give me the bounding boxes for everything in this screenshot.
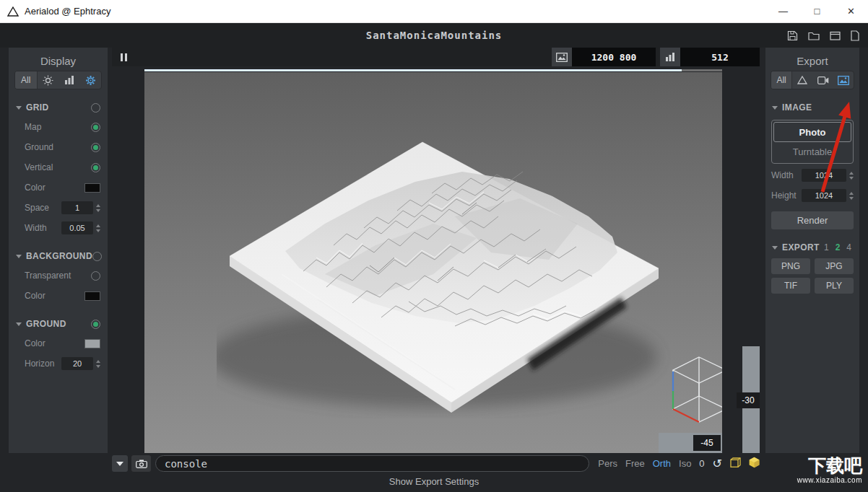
image-export-icon[interactable] [833,71,854,89]
ground-color-row: Color [14,333,102,353]
display-filter-all[interactable]: All [15,71,38,89]
stepper-up-icon[interactable] [849,172,854,175]
section-grid-header[interactable]: GRID [16,101,100,114]
angle-value[interactable]: 0 [699,458,704,469]
export-width-value[interactable]: 1024 [802,169,846,182]
background-toggle-radio[interactable] [92,252,102,261]
section-export-header[interactable]: EXPORT 1 2 4 [772,241,853,254]
grid-vertical-radio[interactable] [91,163,100,172]
view-cube-gizmo[interactable] [666,353,722,423]
os-titlebar: Aerialod @ Ephtracy — □ ✕ [0,0,868,23]
projection-orth[interactable]: Orth [653,458,671,469]
viewport-horizontal-scrollbar[interactable] [144,69,722,71]
app-header: SantaMonicaMountains [0,23,868,48]
grid-width-value[interactable]: 0.05 [61,221,93,234]
render-resolution-field[interactable]: 1200 800 [572,48,656,66]
background-color-swatch[interactable] [84,291,100,301]
grid-map-radio[interactable] [91,123,100,132]
grid-width-stepper[interactable]: 0.05 [61,221,100,234]
bar-chart-icon[interactable] [58,71,80,89]
stepper-arrows[interactable] [849,172,854,180]
export-png-button[interactable]: PNG [771,258,810,274]
maximize-button[interactable]: □ [800,0,834,22]
ground-toggle-radio[interactable] [91,320,100,329]
save-icon[interactable] [787,30,798,41]
axonometric-box-icon[interactable] [730,457,741,470]
stepper-arrows[interactable] [96,204,100,212]
projection-pers[interactable]: Pers [598,458,617,469]
export-filter-all[interactable]: All [771,71,792,89]
render-mode-box: Photo Turntable [771,120,854,164]
terrain-render [217,130,679,418]
gear-icon[interactable] [80,71,102,89]
export-filter-toolbar: All [771,71,854,89]
sun-icon[interactable] [38,71,59,89]
tile-size-icon[interactable] [660,48,680,66]
close-button[interactable]: ✕ [834,0,868,22]
tile-size-field[interactable]: 512 [680,48,760,66]
section-caret-icon [772,106,778,110]
stepper-arrows[interactable] [849,192,854,200]
stepper-up-icon[interactable] [849,192,854,195]
ground-horizon-stepper[interactable]: 20 [61,357,100,370]
grid-map-label: Map [25,122,91,132]
screenshot-camera-button[interactable] [131,455,151,472]
mode-turntable-button[interactable]: Turntable [773,142,851,162]
mode-photo-button[interactable]: Photo [773,122,851,142]
background-transparent-radio[interactable] [91,271,100,281]
grid-space-stepper[interactable]: 1 [61,201,100,214]
stepper-down-icon[interactable] [96,229,100,232]
new-document-icon[interactable] [851,30,859,41]
console-input[interactable] [155,455,589,472]
stepper-down-icon[interactable] [849,197,854,200]
export-ply-button[interactable]: PLY [815,278,854,294]
open-folder-icon[interactable] [808,31,820,40]
export-tif-button[interactable]: TIF [771,278,810,294]
document-title: SantaMonicaMountains [0,23,868,48]
grid-toggle-radio[interactable] [91,103,100,113]
mesh-triangle-icon[interactable] [792,71,812,89]
ground-horizon-value[interactable]: 20 [61,357,93,370]
section-ground-header[interactable]: GROUND [16,317,100,330]
export-width-label: Width [771,170,802,180]
grid-space-value[interactable]: 1 [61,201,93,214]
rotate-ccw-icon[interactable]: ↺ [713,458,722,470]
stepper-down-icon[interactable] [96,365,100,368]
projection-free[interactable]: Free [625,458,645,469]
render-button[interactable]: Render [771,211,854,229]
display-panel: Display All GRID Map Ground Vertical Col… [9,48,108,453]
section-caret-icon [16,106,22,110]
window-frame-icon[interactable] [830,31,841,40]
show-export-settings-link[interactable]: Show Export Settings [0,476,868,487]
section-image-header[interactable]: IMAGE [772,101,853,114]
grid-color-swatch[interactable] [84,183,100,193]
window-title: Aerialod @ Ephtracy [25,6,110,17]
scale-option-4[interactable]: 4 [846,242,851,252]
pause-icon[interactable] [121,53,127,61]
projection-iso[interactable]: Iso [679,458,691,469]
stepper-arrows[interactable] [96,224,100,232]
viewport-canvas[interactable]: -45 [144,72,722,453]
minimize-button[interactable]: — [766,0,800,22]
stepper-up-icon[interactable] [96,224,100,227]
export-format-grid: PNG JPG TIF PLY [771,258,854,294]
console-dropdown-button[interactable] [112,455,128,472]
scale-option-2[interactable]: 2 [836,242,841,252]
stepper-down-icon[interactable] [849,177,854,180]
scrollbar-thumb[interactable] [144,69,682,71]
video-camera-icon[interactable] [813,71,833,89]
export-jpg-button[interactable]: JPG [815,258,854,274]
stepper-up-icon[interactable] [96,360,100,363]
export-height-value[interactable]: 1024 [802,189,846,202]
stepper-down-icon[interactable] [96,209,100,212]
background-transparent-label: Transparent [25,271,91,281]
stepper-arrows[interactable] [96,360,100,368]
scale-option-1[interactable]: 1 [824,242,829,252]
render-resolution-icon[interactable] [552,48,572,66]
cube-icon[interactable] [749,457,760,470]
ground-color-swatch[interactable] [84,339,100,348]
stepper-up-icon[interactable] [96,204,100,207]
grid-ground-radio[interactable] [91,143,100,152]
section-background-header[interactable]: BACKGROUND [16,250,100,263]
grid-vertical-label: Vertical [25,162,91,172]
